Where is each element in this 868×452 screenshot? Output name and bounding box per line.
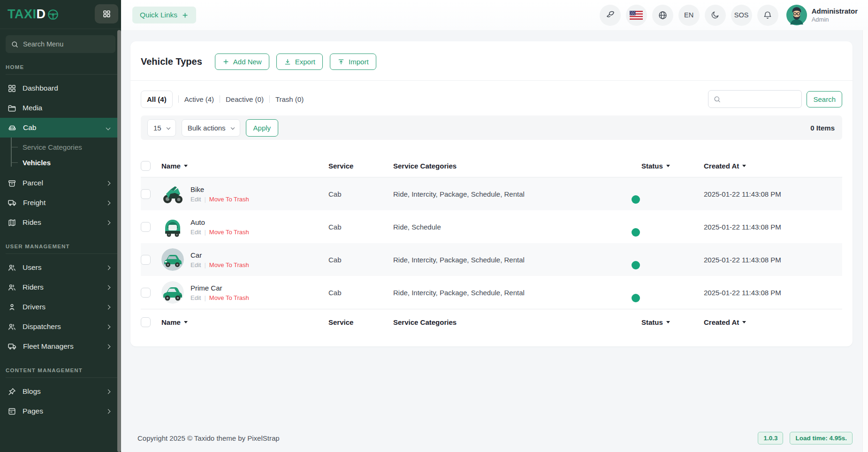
move-to-trash-link[interactable]: Move To Trash — [209, 261, 249, 268]
export-label: Export — [295, 58, 315, 66]
tab-trash[interactable]: Trash (0) — [275, 95, 304, 103]
sort-caret-icon — [184, 165, 188, 169]
bell-icon — [763, 10, 772, 20]
import-label: Import — [349, 58, 369, 66]
categories-cell: Ride, Intercity, Package, Schedule, Rent… — [393, 190, 641, 198]
search-input[interactable] — [725, 95, 791, 103]
sidebar-item-parcel[interactable]: Parcel — [0, 173, 121, 193]
name-cell: Prime Car Edit | Move To Trash — [161, 281, 328, 304]
column-header-status[interactable]: Status — [641, 162, 704, 170]
column-header-name[interactable]: Name — [161, 162, 328, 170]
edit-link[interactable]: Edit — [190, 229, 201, 236]
name-stack: Car Edit | Move To Trash — [190, 251, 249, 268]
tab-all[interactable]: All (4) — [141, 91, 173, 108]
sidebar-item-users[interactable]: Users — [0, 258, 121, 277]
language-button[interactable]: EN — [678, 5, 700, 26]
driver-icon — [8, 303, 16, 312]
sidebar-section-content-management: CONTENT MANAGEMENT — [6, 368, 121, 373]
sidebar-item-fleet-managers[interactable]: Fleet Managers — [0, 337, 121, 356]
theme-customizer-button[interactable] — [600, 5, 621, 26]
country-flag-button[interactable] — [626, 5, 647, 26]
apply-button[interactable]: Apply — [246, 119, 279, 137]
row-actions: Edit | Move To Trash — [190, 294, 249, 301]
bulk-actions-select[interactable]: Bulk actions — [182, 119, 240, 137]
row-checkbox[interactable] — [141, 189, 151, 199]
us-flag-icon — [630, 11, 643, 20]
tab-active[interactable]: Active (4) — [184, 95, 214, 103]
edit-link[interactable]: Edit — [190, 196, 201, 203]
move-to-trash-link[interactable]: Move To Trash — [209, 196, 249, 203]
tab-deactive[interactable]: Deactive (0) — [226, 95, 264, 103]
column-label: Name — [161, 318, 181, 326]
divider — [178, 95, 179, 103]
folder-icon — [8, 104, 16, 113]
sidebar-search-input[interactable] — [23, 40, 89, 48]
page-scrollbar[interactable] — [862, 30, 868, 452]
column-header-created[interactable]: Created At — [704, 318, 842, 326]
user-menu[interactable]: Administrator Admin — [786, 5, 858, 25]
grid-icon — [8, 84, 16, 93]
name-cell: Bike Edit | Move To Trash — [161, 183, 328, 205]
sidebar-item-blogs[interactable]: Blogs — [0, 382, 121, 401]
sidebar-item-dispatchers[interactable]: Dispatchers — [0, 317, 121, 337]
column-label: Service Categories — [393, 162, 457, 170]
logo-text-green: TAXI — [8, 7, 37, 21]
row-actions: Edit | Move To Trash — [190, 229, 249, 236]
chevron-down-icon — [230, 126, 234, 130]
column-header-name[interactable]: Name — [161, 318, 328, 326]
edit-link[interactable]: Edit — [190, 261, 201, 268]
cab-submenu: Service Categories Vehicles — [0, 138, 121, 173]
column-header-service: Service — [328, 318, 393, 326]
users-icon — [8, 322, 16, 331]
search-box[interactable] — [708, 90, 802, 108]
column-label: Service — [328, 318, 353, 326]
sort-caret-icon — [666, 165, 670, 169]
sidebar-item-dashboard[interactable]: Dashboard — [0, 78, 121, 98]
sidebar-toggle-button[interactable] — [95, 4, 118, 23]
row-checkbox[interactable] — [141, 222, 151, 232]
sidebar-item-cab[interactable]: Cab — [0, 118, 121, 138]
sidebar-item-drivers[interactable]: Drivers — [0, 297, 121, 317]
import-button[interactable]: Import — [330, 54, 376, 70]
column-header-categories: Service Categories — [393, 318, 641, 326]
notifications-button[interactable] — [757, 5, 778, 26]
sidebar: TAXID HOME Dashboard Media Cab Service C… — [0, 0, 121, 452]
sidebar-search[interactable] — [6, 35, 115, 53]
add-new-button[interactable]: Add New — [215, 54, 269, 70]
map-icon — [8, 218, 16, 227]
service-cell: Cab — [328, 223, 393, 231]
chevron-right-icon — [106, 409, 111, 414]
table-row: Prime Car Edit | Move To Trash Cab Ride,… — [141, 276, 842, 309]
user-meta: Administrator Admin — [812, 7, 858, 23]
move-to-trash-link[interactable]: Move To Trash — [209, 294, 249, 301]
page-icon — [8, 407, 16, 416]
per-page-value: 15 — [153, 124, 161, 132]
sidebar-subitem-service-categories[interactable]: Service Categories — [0, 139, 121, 155]
export-button[interactable]: Export — [276, 54, 323, 70]
edit-link[interactable]: Edit — [190, 294, 201, 301]
sidebar-item-media[interactable]: Media — [0, 98, 121, 118]
column-header-status[interactable]: Status — [641, 318, 704, 326]
sidebar-item-freight[interactable]: Freight — [0, 193, 121, 213]
select-all-checkbox[interactable] — [141, 161, 151, 171]
dark-mode-button[interactable] — [705, 5, 726, 26]
column-header-created[interactable]: Created At — [704, 162, 842, 170]
move-to-trash-link[interactable]: Move To Trash — [209, 229, 249, 236]
sidebar-item-label: Users — [23, 263, 41, 272]
row-checkbox[interactable] — [141, 288, 151, 298]
sidebar-scrollbar[interactable] — [117, 30, 121, 452]
sidebar-subitem-vehicles[interactable]: Vehicles — [0, 155, 121, 170]
row-checkbox[interactable] — [141, 255, 151, 265]
sidebar-item-riders[interactable]: Riders — [0, 277, 121, 297]
sidebar-item-pages[interactable]: Pages — [0, 401, 121, 421]
plus-icon — [222, 58, 229, 65]
search-button[interactable]: Search — [807, 91, 842, 107]
translate-button[interactable] — [652, 5, 673, 26]
column-label: Created At — [704, 318, 739, 326]
sidebar-item-rides[interactable]: Rides — [0, 213, 121, 232]
per-page-select[interactable]: 15 — [147, 119, 176, 137]
select-all-checkbox[interactable] — [141, 317, 151, 327]
footer-badges: 1.0.3 Load time: 4.95s. — [758, 432, 853, 444]
quick-links-button[interactable]: Quick Links — [132, 7, 196, 23]
sos-button[interactable]: SOS — [731, 5, 752, 26]
